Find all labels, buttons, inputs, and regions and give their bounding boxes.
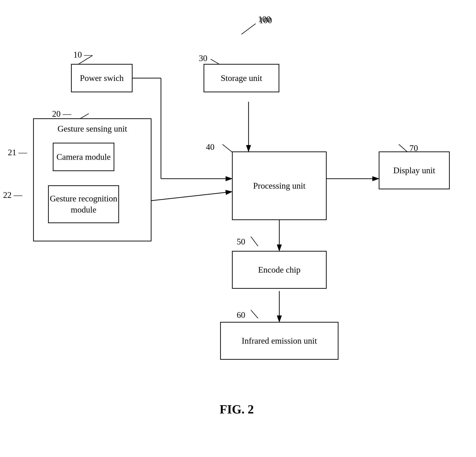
storage-unit-label: Storage unit [221,73,262,84]
svg-line-11 [147,192,232,201]
encode-chip-label: Encode chip [258,264,301,275]
storage-unit-box: Storage unit [204,64,279,92]
svg-line-18 [251,237,258,246]
infrared-emission-box: Infrared emission unit [220,322,339,360]
ref-21-label: 21 — [8,147,27,157]
svg-line-1 [241,24,256,34]
display-unit-label: Display unit [393,165,435,176]
ref-22-label: 22 — [3,190,22,200]
gesture-recognition-box: Gesture recognition module [48,185,119,223]
svg-line-19 [251,310,258,318]
processing-unit-box: Processing unit [232,152,327,220]
ref-50-label: 50 [237,237,245,247]
power-switch-label: Power swich [80,73,124,84]
gesture-sensing-unit-box: Gesture sensing unit 21 — Camera module … [33,118,152,241]
camera-module-label: Camera module [57,152,111,163]
encode-chip-box: Encode chip [232,251,327,289]
ref-20-label: 20 — [52,109,71,119]
figure-title: FIG. 2 [189,402,284,416]
gesture-recognition-label: Gesture recognition module [49,193,118,215]
gesture-sensing-label: Gesture sensing unit [34,124,151,134]
power-switch-box: Power swich [71,64,133,92]
ref-40-label: 40 [206,142,214,152]
processing-unit-label: Processing unit [253,180,306,191]
camera-module-box: Camera module [53,143,114,171]
ref-60-label: 60 [237,310,245,320]
infrared-emission-label: Infrared emission unit [242,335,317,347]
ref-10-label: 10 — [73,50,93,60]
display-unit-box: Display unit [379,152,450,189]
ref-30-label: 30 [199,53,207,63]
